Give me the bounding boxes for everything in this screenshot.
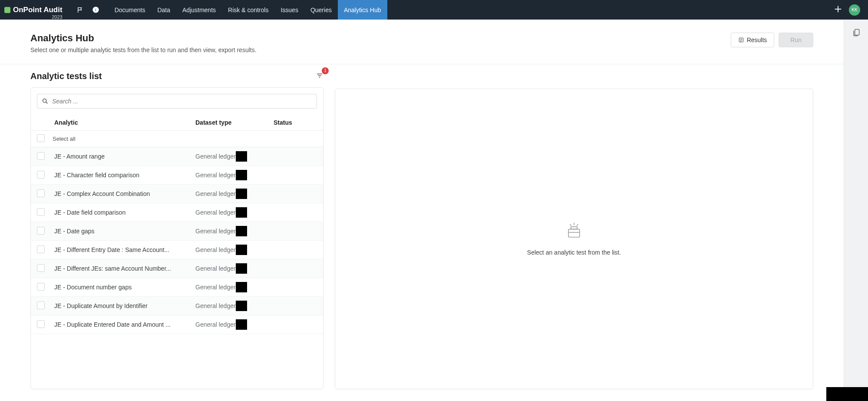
- row-analytic: JE - Duplicate Amount by Identifier: [53, 302, 195, 309]
- results-icon: [738, 37, 744, 43]
- select-all-row: Select all: [31, 131, 323, 147]
- redacted-icon: [236, 282, 247, 292]
- row-checkbox[interactable]: [37, 302, 45, 309]
- page-header: Analytics Hub Select one or multiple ana…: [0, 33, 844, 64]
- col-status-header: Status: [274, 119, 317, 126]
- redacted-icon: [236, 301, 247, 311]
- top-nav-right: KK: [833, 4, 864, 16]
- row-analytic: JE - Complex Account Combination: [53, 190, 195, 197]
- detail-panel: Select an analytic test from the list.: [335, 89, 813, 389]
- page-title: Analytics Hub: [30, 33, 257, 44]
- empty-state-text: Select an analytic test from the list.: [527, 249, 621, 256]
- list-header: Analytic tests list 1: [30, 71, 323, 81]
- nav-links: Documents Data Adjustments Risk & contro…: [109, 0, 387, 20]
- copy-icon[interactable]: [852, 28, 861, 39]
- row-dataset-type: General ledger: [195, 245, 274, 255]
- table-row[interactable]: JE - Different Entry Date : Same Account…: [31, 241, 323, 259]
- run-button-label: Run: [790, 36, 802, 43]
- table-row[interactable]: JE - Duplicate Amount by IdentifierGener…: [31, 297, 323, 315]
- row-dataset-type: General ledger: [195, 282, 274, 292]
- search-bar: [37, 94, 317, 109]
- table-row[interactable]: JE - Date gapsGeneral ledger: [31, 222, 323, 241]
- row-dataset-type: General ledger: [195, 319, 274, 330]
- col-dataset-type-header: Dataset type: [195, 119, 274, 126]
- redacted-icon: [236, 207, 247, 218]
- row-analytic: JE - Date gaps: [53, 228, 195, 235]
- nav-documents[interactable]: Documents: [109, 0, 152, 20]
- col-analytic-header: Analytic: [53, 119, 195, 126]
- row-checkbox[interactable]: [37, 189, 45, 197]
- right-rail: [844, 20, 868, 401]
- table-body[interactable]: JE - Amount rangeGeneral ledgerJE - Char…: [31, 147, 323, 389]
- row-checkbox[interactable]: [37, 245, 45, 253]
- select-all-checkbox[interactable]: [37, 134, 45, 142]
- svg-line-15: [577, 224, 578, 226]
- svg-text:i: i: [95, 7, 96, 12]
- filter-button[interactable]: 1: [316, 72, 323, 81]
- nav-data[interactable]: Data: [151, 0, 176, 20]
- info-icon[interactable]: i: [89, 0, 102, 20]
- row-checkbox[interactable]: [37, 152, 45, 160]
- results-button[interactable]: Results: [731, 33, 775, 47]
- page-subtitle: Select one or multiple analytic tests fr…: [30, 46, 257, 53]
- row-analytic: JE - Date field comparison: [53, 209, 195, 216]
- tests-panel: Analytic Dataset type Status Select all …: [30, 87, 323, 389]
- table-row[interactable]: JE - Complex Account CombinationGeneral …: [31, 185, 323, 203]
- main: Analytics Hub Select one or multiple ana…: [0, 20, 868, 401]
- list-title: Analytic tests list: [30, 71, 102, 81]
- redacted-icon: [236, 189, 247, 199]
- select-all-label: Select all: [53, 136, 76, 142]
- row-dataset-type: General ledger: [195, 301, 274, 311]
- svg-point-11: [43, 99, 46, 103]
- row-analytic: JE - Different JEs: same Account Number.…: [53, 265, 195, 272]
- table-row[interactable]: JE - Date field comparisonGeneral ledger: [31, 203, 323, 222]
- table-header: Analytic Dataset type Status: [31, 115, 323, 131]
- page-header-text: Analytics Hub Select one or multiple ana…: [30, 33, 257, 53]
- table-row[interactable]: JE - Document number gapsGeneral ledger: [31, 278, 323, 297]
- brand: OnPoint Audit 2023: [4, 6, 63, 14]
- redacted-icon: [236, 245, 247, 255]
- nav-adjustments[interactable]: Adjustments: [176, 0, 222, 20]
- brand-logo-icon: [4, 7, 10, 13]
- row-analytic: JE - Character field comparison: [53, 172, 195, 179]
- row-checkbox[interactable]: [37, 264, 45, 272]
- row-dataset-type: General ledger: [195, 263, 274, 274]
- row-dataset-type: General ledger: [195, 151, 274, 162]
- table-row[interactable]: JE - Character field comparisonGeneral l…: [31, 166, 323, 185]
- row-checkbox[interactable]: [37, 171, 45, 179]
- add-icon[interactable]: [833, 4, 843, 16]
- svg-line-14: [570, 224, 571, 226]
- nav-risk-controls[interactable]: Risk & controls: [222, 0, 274, 20]
- left-column: Analytic tests list 1 Ana: [30, 71, 323, 389]
- nav-queries[interactable]: Queries: [304, 0, 338, 20]
- row-analytic: JE - Duplicate Entered Date and Amount .…: [53, 321, 195, 328]
- empty-state: Select an analytic test from the list.: [527, 222, 621, 256]
- redacted-icon: [236, 151, 247, 162]
- svg-rect-16: [568, 229, 580, 237]
- list-section: Analytic tests list 1 Ana: [0, 64, 844, 389]
- search-input[interactable]: [52, 98, 312, 105]
- table-row[interactable]: JE - Amount rangeGeneral ledger: [31, 147, 323, 166]
- table-row[interactable]: JE - Different JEs: same Account Number.…: [31, 259, 323, 278]
- nav-issues[interactable]: Issues: [274, 0, 304, 20]
- brand-year: 2023: [52, 14, 62, 20]
- page-header-actions: Results Run: [731, 33, 813, 47]
- row-checkbox[interactable]: [37, 320, 45, 328]
- table-row[interactable]: JE - Duplicate Entered Date and Amount .…: [31, 315, 323, 334]
- row-checkbox[interactable]: [37, 283, 45, 291]
- row-dataset-type: General ledger: [195, 226, 274, 236]
- flag-icon[interactable]: [74, 0, 87, 20]
- search-icon: [42, 98, 49, 105]
- nav-analytics-hub[interactable]: Analytics Hub: [338, 0, 387, 20]
- top-nav: OnPoint Audit 2023 i Documents Data Adju…: [0, 0, 868, 20]
- results-button-label: Results: [747, 36, 767, 43]
- brand-name: OnPoint Audit: [13, 6, 63, 14]
- row-checkbox[interactable]: [37, 208, 45, 216]
- redacted-icon: [236, 170, 247, 180]
- redacted-icon: [236, 319, 247, 330]
- row-analytic: JE - Document number gaps: [53, 284, 195, 291]
- avatar[interactable]: KK: [849, 4, 860, 16]
- row-checkbox[interactable]: [37, 227, 45, 235]
- empty-state-icon: [527, 222, 621, 243]
- columns: Analytic Dataset type Status Select all …: [30, 87, 323, 389]
